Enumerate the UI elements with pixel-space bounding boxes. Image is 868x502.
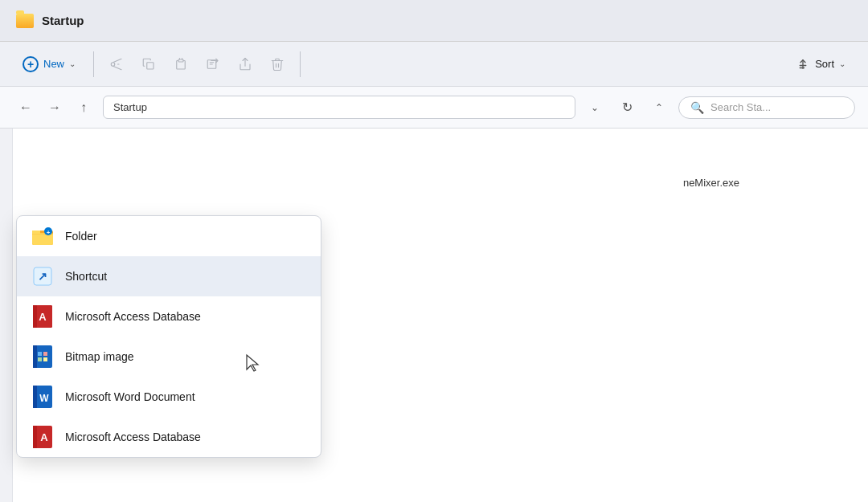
address-bar: ← → ↑ Startup ⌄ ↻ ⌃ 🔍 Search Sta... [0, 87, 868, 129]
cut-button[interactable] [102, 50, 131, 79]
access2-icon: A [31, 426, 54, 448]
toolbar-divider-1 [93, 51, 94, 77]
new-button-label: New [43, 58, 64, 70]
paste-icon [174, 57, 188, 71]
menu-item-word[interactable]: W Microsoft Word Document [17, 377, 321, 417]
chevron-up-icon: ⌃ [655, 102, 663, 113]
sort-label: Sort [815, 58, 834, 70]
word-icon: W [31, 386, 54, 408]
sidebar-strip [0, 129, 13, 502]
access1-icon: A [31, 305, 54, 328]
folder-new-icon: + [31, 225, 54, 247]
rename-button[interactable] [199, 50, 227, 79]
title-bar: Startup [0, 0, 868, 42]
folder-title-icon [16, 14, 34, 28]
svg-rect-22 [43, 352, 47, 356]
delete-button[interactable] [263, 50, 292, 79]
refresh-button[interactable]: ↻ [614, 95, 640, 120]
menu-item-shortcut[interactable]: ↗ Shortcut [17, 256, 321, 296]
new-dropdown-menu: + Folder ↗ Shortcut A [16, 215, 321, 458]
main-content: neMixer.exe + Folder [0, 129, 868, 502]
svg-rect-1 [178, 59, 183, 62]
svg-rect-26 [33, 386, 37, 408]
toolbar: + New ⌄ [0, 42, 868, 87]
chevron-down-icon: ⌄ [591, 102, 599, 113]
cut-icon [109, 57, 124, 71]
partial-filename: neMixer.exe [683, 177, 739, 189]
new-plus-icon: + [23, 56, 39, 72]
share-button[interactable] [231, 50, 260, 79]
search-icon: 🔍 [690, 101, 704, 114]
menu-item-access2[interactable]: A Microsoft Access Database [17, 417, 321, 457]
folder-menu-label: Folder [65, 230, 97, 243]
copy-icon [141, 57, 156, 71]
delete-icon [270, 57, 285, 71]
rename-icon [206, 57, 220, 71]
shortcut-menu-label: Shortcut [65, 270, 107, 283]
address-controls: ← → ↑ [13, 95, 96, 120]
svg-rect-20 [33, 345, 37, 368]
svg-rect-29 [33, 426, 37, 448]
address-chevron-down-button[interactable]: ⌄ [582, 95, 608, 120]
window-title: Startup [42, 14, 84, 27]
address-text: Startup [113, 101, 147, 113]
toolbar-divider-2 [300, 51, 301, 77]
svg-text:+: + [47, 229, 51, 236]
copy-button[interactable] [134, 50, 163, 79]
search-placeholder: Search Sta... [710, 101, 771, 113]
sort-icon [796, 57, 810, 71]
paste-button[interactable] [166, 50, 195, 79]
refresh-icon: ↻ [622, 100, 633, 115]
forward-button[interactable]: → [42, 95, 68, 120]
menu-item-access1[interactable]: A Microsoft Access Database [17, 296, 321, 337]
word-menu-label: Microsoft Word Document [65, 390, 195, 403]
svg-rect-18 [33, 305, 37, 328]
share-icon [238, 57, 252, 71]
svg-rect-10 [32, 231, 40, 234]
svg-text:A: A [39, 311, 47, 323]
svg-text:W: W [39, 393, 49, 404]
up-button[interactable]: ↑ [71, 95, 96, 120]
menu-item-folder[interactable]: + Folder [17, 216, 321, 256]
address-chevron-up-button[interactable]: ⌃ [646, 95, 672, 120]
svg-rect-0 [147, 62, 154, 68]
sort-button[interactable]: Sort ⌄ [786, 52, 855, 76]
access2-menu-label: Microsoft Access Database [65, 431, 201, 443]
svg-rect-24 [43, 357, 47, 361]
menu-item-bitmap[interactable]: Bitmap image [17, 337, 321, 377]
back-button[interactable]: ← [13, 95, 39, 120]
svg-text:↗: ↗ [38, 270, 47, 283]
bitmap-menu-label: Bitmap image [65, 350, 134, 363]
sort-chevron-icon: ⌄ [839, 59, 845, 68]
new-chevron-icon: ⌄ [69, 59, 76, 68]
new-button[interactable]: + New ⌄ [13, 51, 85, 77]
svg-rect-23 [38, 357, 42, 361]
address-path[interactable]: Startup [103, 96, 575, 119]
bitmap-icon [31, 345, 54, 368]
svg-text:A: A [40, 431, 48, 443]
search-box[interactable]: 🔍 Search Sta... [678, 96, 855, 119]
shortcut-icon: ↗ [31, 265, 54, 288]
svg-rect-21 [38, 352, 42, 356]
access1-menu-label: Microsoft Access Database [65, 310, 201, 323]
